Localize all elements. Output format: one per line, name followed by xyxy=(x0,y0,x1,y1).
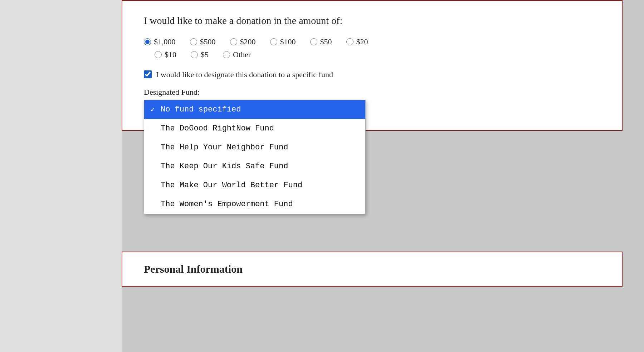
no-checkmark-2 xyxy=(151,143,158,152)
amount-5-label: $5 xyxy=(201,50,209,59)
amount-5[interactable]: $5 xyxy=(191,50,209,59)
amount-100-label: $100 xyxy=(280,37,296,46)
fund-option-world[interactable]: The Make Our World Better Fund xyxy=(144,176,365,195)
radio-5[interactable] xyxy=(191,51,198,58)
amount-500[interactable]: $500 xyxy=(190,37,216,46)
fund-option-dogood-label: The DoGood RightNow Fund xyxy=(161,124,274,133)
fund-option-kids[interactable]: The Keep Our Kids Safe Fund xyxy=(144,157,365,176)
fund-option-no-fund[interactable]: ✓ No fund specified xyxy=(144,100,365,119)
page-container: I would like to make a donation in the a… xyxy=(0,0,644,352)
amount-20-label: $20 xyxy=(356,37,368,46)
fund-option-dogood[interactable]: The DoGood RightNow Fund xyxy=(144,119,365,138)
radio-100[interactable] xyxy=(270,38,277,45)
amount-10-label: $10 xyxy=(165,50,176,59)
amount-20[interactable]: $20 xyxy=(346,37,368,46)
fund-option-neighbor[interactable]: The Help Your Neighbor Fund xyxy=(144,138,365,157)
personal-info-title: Personal Information xyxy=(144,263,600,275)
fund-dropdown-menu: ✓ No fund specified The DoGood RightNow … xyxy=(144,100,366,214)
right-margin xyxy=(623,0,644,352)
fund-option-no-fund-label: No fund specified xyxy=(161,105,241,114)
fund-option-world-label: The Make Our World Better Fund xyxy=(161,181,302,190)
no-checkmark-1 xyxy=(151,124,158,133)
radio-other[interactable] xyxy=(223,51,230,58)
fund-option-kids-label: The Keep Our Kids Safe Fund xyxy=(161,162,288,171)
amount-200-label: $200 xyxy=(240,37,256,46)
no-checkmark-4 xyxy=(151,181,158,189)
radio-500[interactable] xyxy=(190,38,197,45)
fund-dropdown-container: No fund specified ✓ No fund specified Th… xyxy=(144,100,366,116)
fund-option-women-label: The Women's Empowerment Fund xyxy=(161,200,293,209)
fund-option-women[interactable]: The Women's Empowerment Fund xyxy=(144,195,365,214)
amount-1000[interactable]: $1,000 xyxy=(144,37,176,46)
left-sidebar xyxy=(0,0,122,352)
radio-200[interactable] xyxy=(230,38,237,45)
no-checkmark-3 xyxy=(151,162,158,170)
radio-10[interactable] xyxy=(155,51,162,58)
amount-row-1: $1,000 $500 $200 $100 $50 xyxy=(144,37,600,46)
amount-100[interactable]: $100 xyxy=(270,37,296,46)
radio-1000[interactable] xyxy=(144,38,151,45)
personal-info-section: Personal Information xyxy=(122,252,623,287)
amount-row-2: $10 $5 Other xyxy=(144,50,600,59)
designate-row: I would like to designate this donation … xyxy=(144,69,600,80)
amount-other-label: Other xyxy=(233,50,251,59)
fund-option-neighbor-label: The Help Your Neighbor Fund xyxy=(161,143,288,152)
amount-500-label: $500 xyxy=(200,37,216,46)
amount-other[interactable]: Other xyxy=(223,50,251,59)
designate-label: I would like to designate this donation … xyxy=(156,69,333,80)
amount-50-label: $50 xyxy=(320,37,332,46)
amount-10[interactable]: $10 xyxy=(155,50,176,59)
no-checkmark-5 xyxy=(151,200,158,208)
main-content: I would like to make a donation in the a… xyxy=(122,0,623,352)
donation-title: I would like to make a donation in the a… xyxy=(144,15,600,26)
designated-fund-label: Designated Fund: xyxy=(144,88,600,97)
radio-20[interactable] xyxy=(346,38,353,45)
radio-50[interactable] xyxy=(310,38,317,45)
checkmark-icon: ✓ xyxy=(151,105,158,114)
amount-1000-label: $1,000 xyxy=(154,37,176,46)
amount-50[interactable]: $50 xyxy=(310,37,332,46)
designate-checkbox[interactable] xyxy=(144,70,152,78)
donation-section: I would like to make a donation in the a… xyxy=(122,0,623,131)
amount-200[interactable]: $200 xyxy=(230,37,256,46)
